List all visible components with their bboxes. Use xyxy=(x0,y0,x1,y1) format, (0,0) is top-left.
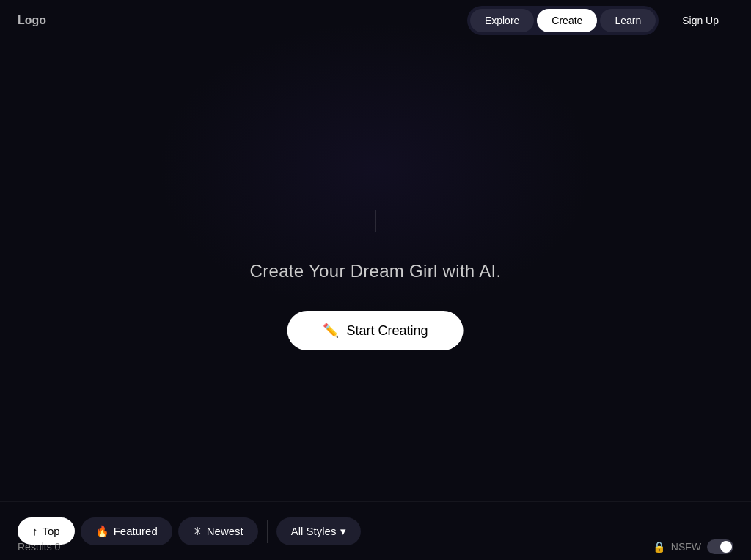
nav-group: Explore Create Learn xyxy=(467,6,659,35)
nav-explore-button[interactable]: Explore xyxy=(470,9,534,32)
pencil-icon: ✏️ xyxy=(323,323,339,339)
header: Logo Explore Create Learn Sign Up xyxy=(0,0,751,41)
sign-up-button[interactable]: Sign Up xyxy=(667,9,733,32)
vertical-divider xyxy=(376,210,376,232)
hero-section: Create Your Dream Girl with AI. ✏️ Start… xyxy=(250,210,502,350)
start-creating-label: Start Creating xyxy=(346,323,428,339)
results-bar: Results 0 🔒 NSFW xyxy=(0,534,751,560)
logo: Logo xyxy=(18,14,46,27)
results-count: 0 xyxy=(55,541,61,553)
nsfw-toggle[interactable] xyxy=(707,539,733,554)
results-label: Results xyxy=(18,541,55,553)
toggle-thumb xyxy=(720,541,732,553)
results-text: Results 0 xyxy=(18,541,60,553)
nsfw-section: 🔒 NSFW xyxy=(653,539,733,554)
hero-headline: Create Your Dream Girl with AI. xyxy=(250,261,502,281)
nsfw-label: NSFW xyxy=(671,541,701,553)
nav-learn-button[interactable]: Learn xyxy=(600,9,656,32)
start-creating-button[interactable]: ✏️ Start Creating xyxy=(287,311,464,350)
nav-create-button[interactable]: Create xyxy=(537,9,597,32)
lock-icon: 🔒 xyxy=(653,541,665,553)
